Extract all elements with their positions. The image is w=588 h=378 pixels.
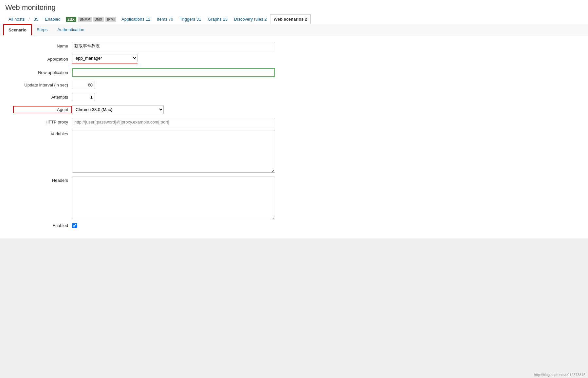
new-application-input[interactable]	[72, 68, 275, 77]
badge-snmp[interactable]: SNMP	[78, 17, 92, 22]
attempts-label: Attempts	[13, 95, 72, 100]
application-row: Application epp_manager	[13, 54, 575, 64]
attempts-row: Attempts	[13, 93, 575, 101]
badge-jmx[interactable]: JMX	[93, 17, 104, 22]
update-interval-label: Update interval (in sec)	[13, 83, 72, 87]
badge-zbx[interactable]: ZBX	[66, 17, 76, 22]
nav-enabled[interactable]: Enabled	[42, 15, 64, 24]
http-proxy-row: HTTP proxy	[13, 118, 575, 126]
badge-ipmi[interactable]: IPMI	[105, 17, 116, 22]
tab-bar: Scenario Steps Authentication	[0, 24, 588, 35]
name-label: Name	[13, 44, 72, 48]
form-container: Name Application epp_manager New applica…	[0, 35, 588, 238]
headers-label: Headers	[13, 177, 72, 183]
application-label: Application	[13, 57, 72, 62]
http-proxy-label: HTTP proxy	[13, 120, 72, 124]
name-input[interactable]	[72, 42, 275, 50]
nav-separator: /	[28, 17, 30, 22]
new-application-row: New application	[13, 68, 575, 77]
agent-select[interactable]: Chrome 38.0 (Mac)	[72, 105, 164, 114]
nav-host-count: 35	[30, 15, 42, 24]
nav-web-scenarios[interactable]: Web scenarios 2	[270, 14, 311, 24]
application-select[interactable]: epp_manager	[72, 54, 138, 62]
nav-badges: ZBX SNMP JMX IPMI	[65, 17, 117, 22]
agent-row: Agent Chrome 38.0 (Mac)	[13, 105, 575, 114]
variables-label: Variables	[13, 130, 72, 136]
tab-steps[interactable]: Steps	[32, 24, 52, 35]
variables-textarea[interactable]	[72, 130, 275, 173]
nav-triggers[interactable]: Triggers 31	[176, 15, 204, 24]
agent-label: Agent	[13, 106, 72, 113]
update-interval-row: Update interval (in sec)	[13, 81, 575, 89]
headers-row: Headers	[13, 177, 575, 219]
enabled-checkbox[interactable]	[72, 223, 77, 228]
nav-applications[interactable]: Applications 12	[118, 15, 154, 24]
variables-row: Variables	[13, 130, 575, 173]
new-application-label: New application	[13, 70, 72, 75]
name-row: Name	[13, 42, 575, 50]
attempts-input[interactable]	[72, 93, 95, 101]
http-proxy-input[interactable]	[72, 118, 275, 126]
nav-bar: All hosts / 35 Enabled ZBX SNMP JMX IPMI…	[5, 14, 583, 24]
page-header: Web monitoring All hosts / 35 Enabled ZB…	[0, 0, 588, 24]
nav-discovery[interactable]: Discovery rules 2	[231, 15, 270, 24]
headers-textarea[interactable]	[72, 177, 275, 219]
enabled-row: Enabled	[13, 223, 575, 228]
tab-authentication[interactable]: Authentication	[52, 24, 89, 35]
tab-scenario[interactable]: Scenario	[3, 24, 32, 35]
update-interval-input[interactable]	[72, 81, 95, 89]
page-title: Web monitoring	[5, 3, 583, 12]
nav-all-hosts[interactable]: All hosts	[5, 15, 28, 24]
nav-graphs[interactable]: Graphs 13	[204, 15, 231, 24]
enabled-label: Enabled	[13, 223, 72, 228]
nav-items[interactable]: Items 70	[154, 15, 176, 24]
